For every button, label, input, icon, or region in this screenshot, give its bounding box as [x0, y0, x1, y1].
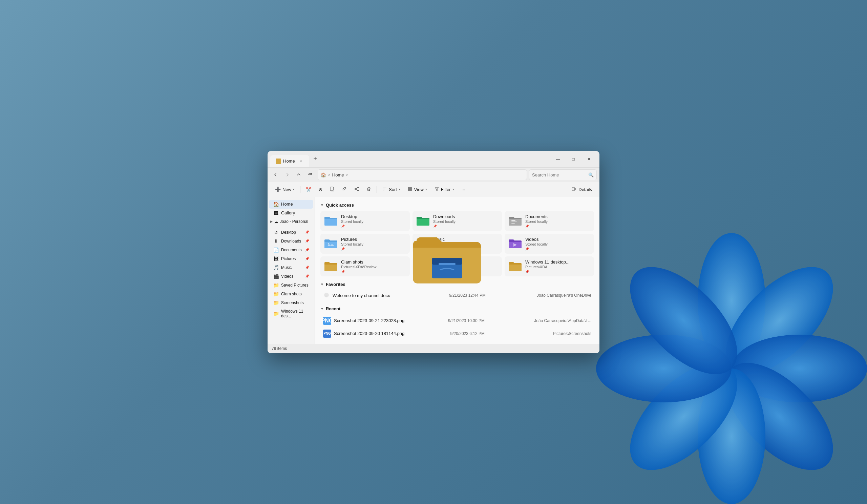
sidebar-item-pictures[interactable]: 🖼 Pictures 📌 — [269, 254, 313, 263]
quick-access-header: ▼ Quick access — [320, 203, 594, 208]
quick-item-videos[interactable]: Videos Stored locally 📌 — [505, 234, 594, 254]
glam-shots-folder-icon — [324, 260, 338, 272]
sidebar-item-desktop[interactable]: 🖥 Desktop 📌 — [269, 228, 313, 237]
recent-chevron[interactable]: ▼ — [320, 307, 324, 311]
forward-button[interactable] — [282, 169, 292, 180]
status-bar: 79 items — [268, 344, 599, 353]
recent-item-0[interactable]: PNG Screenshot 2023-09-21 223028.png 9/2… — [320, 315, 594, 327]
recent-png-icon-1: PNG — [323, 330, 331, 338]
delete-icon — [366, 186, 371, 192]
paste-button[interactable] — [327, 184, 338, 195]
paste-icon — [330, 186, 335, 192]
quick-access-title: Quick access — [326, 203, 354, 208]
view-button[interactable]: View ▾ — [404, 184, 430, 195]
recent-item-1[interactable]: PNG Screenshot 2023-09-20 181144.png 9/2… — [320, 328, 594, 340]
sidebar-item-gallery[interactable]: 🖼 Gallery — [269, 208, 313, 217]
fav-item-0[interactable]: Welcome to my channel.docx 9/21/2023 12:… — [320, 290, 594, 301]
quick-item-desktop[interactable]: Desktop Stored locally 📌 — [320, 211, 410, 231]
filter-icon — [435, 186, 439, 192]
sidebar-item-win11[interactable]: 📁 Windows 11 des... — [269, 307, 313, 320]
close-button[interactable]: ✕ — [581, 154, 597, 164]
sidebar-item-screenshots[interactable]: 📁 Screenshots — [269, 298, 313, 307]
details-button[interactable]: Details — [568, 184, 596, 195]
recent-header: ▼ Recent — [320, 306, 594, 311]
sidebar-item-saved-pictures[interactable]: 📁 Saved Pictures — [269, 281, 313, 290]
rename-button[interactable] — [339, 184, 350, 195]
svg-rect-27 — [511, 222, 517, 222]
sidebar-onedrive[interactable]: ▶ ☁ João - Personal — [268, 217, 314, 226]
item-count: 79 items — [271, 346, 287, 351]
screenshots-folder-icon — [416, 260, 430, 272]
sidebar-item-videos[interactable]: 🎬 Videos 📌 — [269, 272, 313, 281]
tab-close-button[interactable]: × — [298, 159, 304, 164]
view-icon — [408, 186, 413, 192]
quick-item-pictures[interactable]: Pictures Stored locally 📌 — [320, 234, 410, 254]
sidebar-item-home[interactable]: 🏠 Home — [269, 200, 313, 208]
downloads-pin-icon: 📌 — [433, 225, 456, 228]
explorer-window: Home × + — □ ✕ — [268, 151, 599, 353]
up-button[interactable] — [293, 169, 304, 180]
svg-rect-19 — [410, 187, 412, 189]
saved-pictures-sidebar-icon: 📁 — [273, 282, 279, 288]
refresh-button[interactable] — [305, 169, 315, 180]
videos-pin: 📌 — [305, 274, 309, 278]
quick-item-win11-desktop[interactable]: Windows 11 desktop... Pictures\XDA 📌 — [505, 256, 594, 276]
sidebar-item-downloads[interactable]: ⬇ Downloads 📌 — [269, 237, 313, 246]
share-button[interactable] — [351, 184, 362, 195]
screenshots-item-info: Screenshots Pictures — [433, 261, 458, 271]
sidebar-item-documents[interactable]: 📄 Documents 📌 — [269, 246, 313, 254]
favorites-title: Favorites — [326, 282, 345, 287]
downloads-pin: 📌 — [305, 239, 309, 243]
new-icon: ➕ — [275, 186, 281, 192]
delete-button[interactable] — [363, 184, 375, 195]
documents-sidebar-icon: 📄 — [273, 247, 279, 253]
back-button[interactable] — [270, 169, 281, 180]
win11-desktop-folder-icon — [509, 260, 522, 272]
new-tab-button[interactable]: + — [311, 154, 320, 164]
glam-pin-icon: 📌 — [341, 270, 377, 274]
favorites-chevron[interactable]: ▼ — [320, 282, 324, 286]
quick-item-downloads[interactable]: Downloads Stored locally 📌 — [413, 211, 502, 231]
svg-rect-20 — [408, 189, 410, 191]
pictures-folder-icon — [324, 237, 338, 250]
favorites-list: Welcome to my channel.docx 9/21/2023 12:… — [320, 290, 594, 301]
sidebar-item-glam-shots[interactable]: 📁 Glam shots — [269, 290, 313, 298]
tab-area: Home × + — [270, 151, 550, 167]
cut-icon: ✂️ — [306, 187, 311, 192]
content-area: ▼ Quick access Desktop Stored locally 📌 — [315, 197, 599, 344]
svg-rect-21 — [410, 189, 412, 191]
share-icon — [354, 186, 359, 192]
videos-pin-icon: 📌 — [525, 247, 548, 251]
quick-item-music[interactable]: Music Stored locally 📌 — [413, 234, 502, 254]
fav-doc-icon — [323, 292, 330, 299]
svg-rect-18 — [408, 187, 410, 189]
quick-item-glam-shots[interactable]: Glam shots Pictures\XDA\Review 📌 — [320, 256, 410, 276]
quick-item-screenshots[interactable]: Screenshots Pictures — [413, 256, 502, 276]
downloads-item-info: Downloads Stored locally 📌 — [433, 214, 456, 228]
search-input[interactable] — [532, 172, 586, 178]
pictures-pin-icon: 📌 — [341, 247, 363, 251]
minimize-button[interactable]: — — [550, 154, 566, 164]
sort-button[interactable]: Sort ▾ — [379, 184, 404, 195]
documents-pin-icon: 📌 — [525, 225, 548, 228]
new-button[interactable]: ➕ New ▾ — [271, 184, 298, 195]
maximize-button[interactable]: □ — [566, 154, 581, 164]
pictures-sidebar-icon: 🖼 — [273, 256, 279, 261]
sort-icon — [382, 186, 387, 192]
quick-item-documents[interactable]: Documents Stored locally 📌 — [505, 211, 594, 231]
svg-point-12 — [355, 188, 356, 189]
cut-button[interactable]: ✂️ — [302, 184, 314, 195]
sidebar-item-music[interactable]: 🎵 Music 📌 — [269, 263, 313, 272]
videos-folder-icon — [509, 237, 522, 250]
copy-button[interactable]: ⊙ — [315, 184, 326, 195]
filter-button[interactable]: Filter ▾ — [431, 184, 458, 195]
more-button[interactable]: ··· — [458, 184, 469, 195]
quick-access-chevron[interactable]: ▼ — [320, 203, 324, 207]
svg-rect-9 — [330, 187, 333, 190]
rename-icon — [342, 186, 347, 192]
address-bar[interactable]: 🏠 > Home > — [318, 169, 527, 180]
desktop-folder-icon — [324, 215, 338, 227]
music-item-info: Music Stored locally 📌 — [433, 237, 456, 251]
home-tab[interactable]: Home × — [270, 155, 309, 167]
search-bar[interactable]: 🔍 — [529, 169, 597, 180]
